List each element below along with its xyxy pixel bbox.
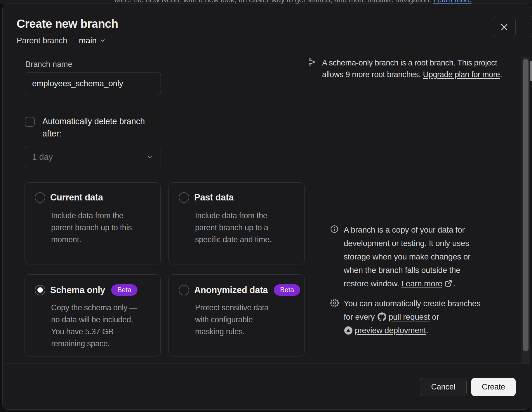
cancel-button[interactable]: Cancel	[420, 378, 467, 396]
radio-schema-only[interactable]	[35, 285, 45, 295]
upgrade-plan-link[interactable]: Upgrade plan for more	[423, 70, 500, 79]
delete-duration-value: 1 day	[32, 152, 146, 162]
info-icon	[330, 225, 338, 233]
option-card-past-data[interactable]: Past data Include data from theparent br…	[168, 182, 305, 264]
close-button[interactable]	[493, 16, 516, 38]
option-description: Copy the schema only —no data will be in…	[51, 302, 137, 350]
pull-request-link[interactable]: pull request	[389, 312, 430, 321]
dialog-title: Create new branch	[17, 17, 118, 30]
parent-branch-label: Parent branch	[17, 36, 67, 45]
option-title: Current data	[50, 192, 103, 203]
gear-icon	[330, 299, 339, 307]
preview-deployment-link[interactable]: preview deployment	[355, 326, 426, 335]
branch-info-note: A branch is a copy of your data for deve…	[344, 223, 470, 290]
option-description: Include data from theparent branch up to…	[51, 210, 132, 246]
schema-branch-icon	[308, 58, 316, 66]
auto-delete-checkbox[interactable]	[25, 117, 35, 127]
integrations-note: You can automatically create branches fo…	[344, 297, 481, 337]
external-link-icon	[445, 280, 452, 287]
chevron-down-icon	[100, 37, 106, 44]
option-title: Past data	[194, 192, 234, 203]
parent-branch-row: Parent branch main	[17, 36, 106, 45]
option-description: Protect sensitive datawith configurablem…	[195, 302, 269, 338]
radio-anonymized-data[interactable]	[179, 285, 189, 295]
option-card-schema-only[interactable]: Schema only Beta Copy the schema only —n…	[25, 274, 161, 356]
option-card-current-data[interactable]: Current data Include data from theparent…	[25, 182, 161, 264]
branch-name-input[interactable]	[25, 72, 161, 95]
scrollbar-track	[521, 57, 530, 363]
delete-duration-select[interactable]: 1 day	[25, 146, 161, 168]
parent-branch-dropdown[interactable]: main	[79, 36, 106, 45]
parent-branch-value: main	[79, 36, 97, 45]
footer-divider	[3, 363, 530, 364]
option-title: Anonymized data	[194, 285, 268, 295]
option-description: Include data from theparent branch up to…	[195, 210, 272, 246]
auto-delete-label: Automatically delete branch after:	[42, 115, 145, 140]
beta-badge: Beta	[274, 284, 300, 296]
option-title: Schema only	[50, 285, 105, 295]
beta-badge: Beta	[111, 284, 138, 296]
auto-delete-row: Automatically delete branch after:	[25, 115, 145, 140]
page-edge-sliver	[530, 0, 532, 412]
create-branch-dialog: Create new branch Parent branch main Bra…	[2, 4, 530, 410]
branch-name-label: Branch name	[25, 60, 72, 69]
chevron-down-icon	[146, 153, 154, 161]
scrollbar-thumb[interactable]	[523, 59, 528, 351]
close-icon	[500, 22, 509, 32]
vercel-icon	[344, 326, 352, 335]
radio-past-data[interactable]	[179, 192, 189, 203]
radio-current-data[interactable]	[35, 192, 45, 203]
github-icon	[378, 312, 386, 321]
option-card-anonymized-data[interactable]: Anonymized data Beta Protect sensitive d…	[168, 274, 305, 356]
learn-more-link[interactable]: Learn more	[401, 279, 442, 288]
root-branch-note: A schema-only branch is a root branch. T…	[322, 57, 502, 80]
page-edge-content-fragment	[530, 61, 532, 81]
create-button[interactable]: Create	[471, 378, 516, 396]
